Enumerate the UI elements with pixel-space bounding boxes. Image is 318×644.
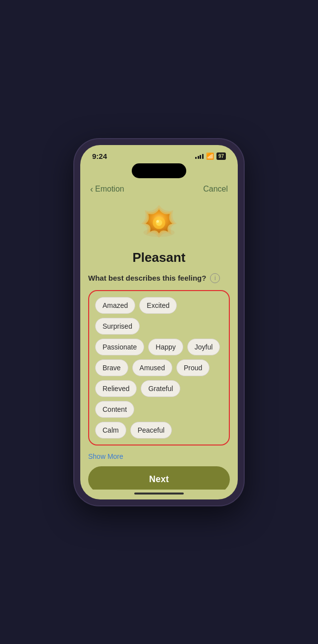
back-button[interactable]: ‹ Emotion: [90, 184, 124, 195]
content-area: Pleasant What best describes this feelin…: [80, 197, 238, 490]
question-row: What best describes this feeling? i: [88, 273, 230, 283]
status-bar: 9:24 📶 97: [80, 145, 238, 163]
chevron-left-icon: ‹: [90, 184, 93, 195]
back-label: Emotion: [95, 185, 124, 194]
chip-grateful[interactable]: Grateful: [141, 380, 180, 397]
chip-joyful[interactable]: Joyful: [187, 339, 220, 355]
chip-amazed[interactable]: Amazed: [95, 297, 135, 314]
home-indicator: [134, 493, 184, 495]
question-text: What best describes this feeling?: [88, 274, 206, 282]
emotion-chips-container: Amazed Excited Surprised Passionate Happ…: [88, 290, 230, 446]
chip-brave[interactable]: Brave: [95, 359, 128, 376]
next-button[interactable]: Next: [88, 466, 230, 490]
dynamic-island: [132, 163, 186, 178]
phone-frame: 9:24 📶 97 ‹ Emotion Canc: [74, 139, 244, 505]
info-icon[interactable]: i: [210, 273, 220, 283]
signal-icon: [195, 153, 204, 159]
status-time: 9:24: [92, 152, 107, 160]
cancel-button[interactable]: Cancel: [203, 185, 228, 194]
emotion-title: Pleasant: [133, 250, 186, 265]
chips-row-2: Passionate Happy Joyful: [95, 339, 223, 355]
chips-row-3: Brave Amused Proud: [95, 359, 223, 376]
svg-point-3: [157, 220, 159, 222]
chips-row-1: Amazed Excited Surprised: [95, 297, 223, 335]
wifi-icon: 📶: [206, 152, 214, 160]
chip-excited[interactable]: Excited: [139, 297, 177, 314]
show-more-link[interactable]: Show More: [88, 450, 123, 462]
chip-peaceful[interactable]: Peaceful: [130, 422, 172, 439]
battery-icon: 97: [216, 152, 226, 160]
chip-content[interactable]: Content: [95, 401, 134, 418]
status-icons: 📶 97: [195, 152, 226, 160]
emotion-star-icon: [137, 200, 181, 245]
chip-relieved[interactable]: Relieved: [95, 380, 137, 397]
chip-happy[interactable]: Happy: [148, 339, 183, 355]
phone-screen: 9:24 📶 97 ‹ Emotion Canc: [80, 145, 238, 499]
chip-amused[interactable]: Amused: [132, 359, 172, 376]
chips-row-5: Calm Peaceful: [95, 422, 223, 439]
chip-surprised[interactable]: Surprised: [95, 318, 140, 335]
chip-passionate[interactable]: Passionate: [95, 339, 144, 355]
next-button-container: Next: [88, 462, 230, 490]
chip-proud[interactable]: Proud: [176, 359, 210, 376]
chip-calm[interactable]: Calm: [95, 422, 126, 439]
chips-row-4: Relieved Grateful Content: [95, 380, 223, 418]
nav-bar: ‹ Emotion Cancel: [80, 180, 238, 197]
